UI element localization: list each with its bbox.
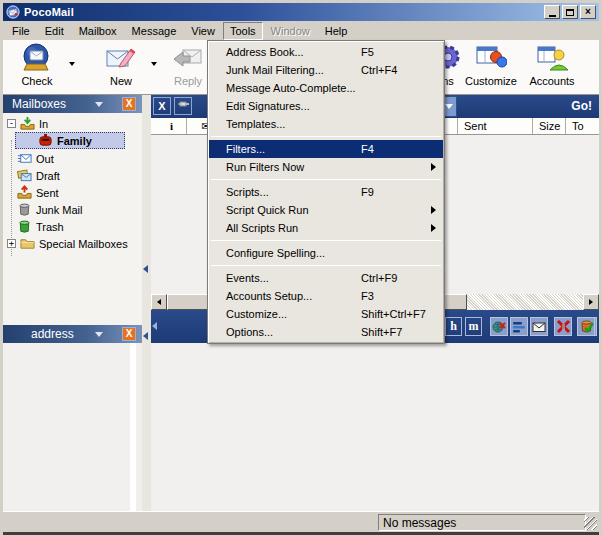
menu-item-scripts[interactable]: Scripts... F9 xyxy=(209,183,443,201)
collapse-left-icon[interactable] xyxy=(143,332,148,340)
scroll-left-button[interactable] xyxy=(151,294,167,310)
sidebar-item-in[interactable]: - In xyxy=(3,115,142,132)
trash-check-icon xyxy=(579,319,594,334)
scroll-right-button[interactable] xyxy=(583,294,599,310)
menu-item-events[interactable]: Events... Ctrl+F9 xyxy=(209,269,443,287)
sent-icon xyxy=(17,185,32,200)
sidebar-item-label: Sent xyxy=(36,187,59,199)
check-button[interactable]: Check xyxy=(11,42,63,92)
block-remote-content-button[interactable] xyxy=(490,317,508,336)
customize-button[interactable]: Customize xyxy=(461,42,521,92)
minimize-button[interactable] xyxy=(544,5,560,19)
sidebar-item-trash[interactable]: Trash xyxy=(3,218,142,235)
collapse-left-icon[interactable] xyxy=(143,265,148,273)
column-to[interactable]: To xyxy=(566,118,599,134)
sidebar-item-special-mailboxes[interactable]: + Special Mailboxes xyxy=(3,235,142,252)
junk-can-icon xyxy=(17,202,32,217)
menu-window[interactable]: Window xyxy=(264,22,317,40)
sidebar-item-label: Special Mailboxes xyxy=(39,238,128,250)
trash-can-icon xyxy=(17,219,32,234)
accounts-button-label: Accounts xyxy=(529,75,574,87)
scrollbar-track[interactable] xyxy=(467,294,583,310)
mailboxes-dropdown-icon[interactable] xyxy=(95,102,103,107)
menu-mailbox[interactable]: Mailbox xyxy=(72,22,124,40)
expand-icon[interactable]: + xyxy=(7,239,16,248)
column-sent[interactable]: Sent xyxy=(458,118,533,134)
menu-item-edit-signatures[interactable]: Edit Signatures... xyxy=(209,97,443,115)
menu-item-accounts-setup[interactable]: Accounts Setup... F3 xyxy=(209,287,443,305)
pin-button[interactable] xyxy=(174,97,192,115)
menu-item-run-filters-now[interactable]: Run Filters Now xyxy=(209,158,443,176)
globe-block-icon xyxy=(492,320,506,334)
menu-item-script-quick-run[interactable]: Script Quick Run xyxy=(209,201,443,219)
check-dropdown-icon[interactable] xyxy=(69,62,75,66)
title-bar[interactable]: PocoMail × xyxy=(3,3,599,21)
app-window: PocoMail × File Edit Mailbox Message Vie… xyxy=(0,0,602,535)
menu-file[interactable]: File xyxy=(5,22,37,40)
draft-icon xyxy=(17,168,32,183)
maximize-button[interactable] xyxy=(562,5,578,19)
menu-item-filters[interactable]: Filters... F4 xyxy=(209,140,443,158)
new-dropdown-icon[interactable] xyxy=(151,62,157,66)
menu-item-configure-spelling[interactable]: Configure Spelling... xyxy=(209,244,443,262)
menu-view[interactable]: View xyxy=(184,22,222,40)
check-button-label: Check xyxy=(21,75,52,87)
mailboxes-panel-title: Mailboxes xyxy=(12,97,66,111)
message-preview-area[interactable] xyxy=(151,343,599,511)
sidebar-item-out[interactable]: Out xyxy=(3,150,142,167)
menu-item-junk-mail-filtering[interactable]: Junk Mail Filtering... Ctrl+F4 xyxy=(209,61,443,79)
status-message: No messages xyxy=(378,514,586,531)
menu-message[interactable]: Message xyxy=(125,22,184,40)
view-options-button[interactable] xyxy=(510,317,528,336)
sidebar-item-label: Junk Mail xyxy=(36,204,82,216)
mark-junk-button[interactable] xyxy=(577,317,595,336)
message-source-button[interactable]: m xyxy=(465,317,482,336)
envelope-icon xyxy=(532,320,546,334)
address-close-button[interactable]: X xyxy=(122,327,136,341)
sidebar: Mailboxes X - In Family xyxy=(3,95,142,511)
menu-item-message-auto-complete[interactable]: Message Auto-Complete... xyxy=(209,79,443,97)
open-message-button[interactable] xyxy=(530,317,548,336)
menu-item-address-book[interactable]: Address Book... F5 xyxy=(209,43,443,61)
menu-edit[interactable]: Edit xyxy=(38,22,71,40)
menu-help[interactable]: Help xyxy=(318,22,355,40)
reply-icon xyxy=(172,42,204,74)
headers-button[interactable]: h xyxy=(445,317,462,336)
customize-button-label: Customize xyxy=(465,75,517,87)
menu-item-customize[interactable]: Customize... Shift+Ctrl+F7 xyxy=(209,305,443,323)
menu-item-options[interactable]: Options... Shift+F7 xyxy=(209,323,443,341)
delete-button[interactable] xyxy=(554,317,572,336)
menu-item-all-scripts-run[interactable]: All Scripts Run xyxy=(209,219,443,237)
column-info[interactable]: i xyxy=(151,118,187,134)
accounts-button[interactable]: Accounts xyxy=(523,42,581,92)
sidebar-item-junk-mail[interactable]: Junk Mail xyxy=(3,201,142,218)
submenu-arrow-icon xyxy=(431,206,436,214)
sidebar-item-draft[interactable]: Draft xyxy=(3,167,142,184)
sidebar-item-label: In xyxy=(39,118,48,130)
mailboxes-panel-header[interactable]: Mailboxes X xyxy=(3,95,142,113)
inbox-icon xyxy=(20,116,35,131)
maximize-icon xyxy=(566,9,574,16)
list-close-button[interactable]: X xyxy=(153,97,171,115)
menu-item-templates[interactable]: Templates... xyxy=(209,115,443,133)
red-x-icon xyxy=(556,319,571,334)
collapse-left-icon[interactable] xyxy=(152,322,157,330)
reply-button[interactable]: Reply xyxy=(163,42,213,92)
close-button[interactable]: × xyxy=(580,5,596,19)
pane-splitter[interactable] xyxy=(142,95,151,511)
resize-grip[interactable] xyxy=(584,517,597,530)
new-button[interactable]: New xyxy=(95,42,147,92)
address-panel-header[interactable]: address X xyxy=(3,325,142,343)
tools-menu: Address Book... F5 Junk Mail Filtering..… xyxy=(207,40,445,344)
menu-separator xyxy=(211,136,441,137)
address-dropdown-icon[interactable] xyxy=(95,332,103,337)
submenu-arrow-icon xyxy=(431,224,436,232)
go-button[interactable]: Go! xyxy=(571,99,592,113)
mailboxes-close-button[interactable]: X xyxy=(122,97,136,111)
collapse-icon[interactable]: - xyxy=(7,119,16,128)
menu-tools[interactable]: Tools xyxy=(223,22,263,40)
pocomail-app-icon xyxy=(6,5,20,19)
column-size[interactable]: Size xyxy=(533,118,566,134)
sidebar-item-family[interactable]: Family xyxy=(15,132,125,149)
sidebar-item-sent[interactable]: Sent xyxy=(3,184,142,201)
